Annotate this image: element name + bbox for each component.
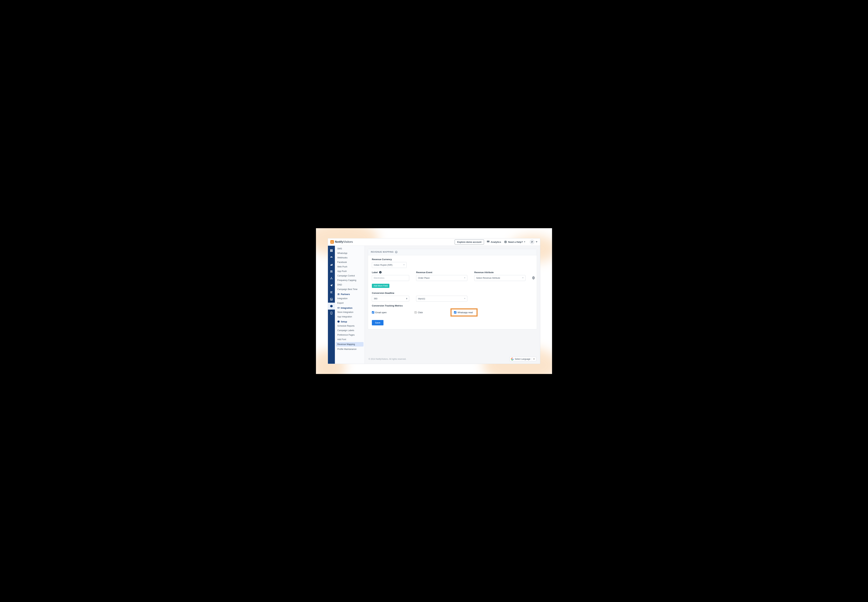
logo-icon xyxy=(330,240,334,244)
rail-item-dashboard[interactable] xyxy=(328,254,335,261)
chevron-down-icon[interactable] xyxy=(536,241,538,243)
subnav-item[interactable]: Profile Maintanance xyxy=(335,347,364,352)
metric-email-label: Email open xyxy=(375,311,387,314)
subnav-item[interactable]: Add Font xyxy=(335,337,364,342)
svg-rect-13 xyxy=(331,249,332,250)
logo-text-bold: Notify xyxy=(335,240,343,244)
rail-item-mobile[interactable] xyxy=(328,310,335,316)
subnav-item[interactable]: Webhooks xyxy=(335,255,364,260)
analytics-link[interactable]: Analytics xyxy=(487,241,501,243)
svg-line-11 xyxy=(506,242,506,243)
language-selector[interactable]: Select Language ▼ xyxy=(510,357,536,361)
rail-item-segments[interactable] xyxy=(328,275,335,282)
analytics-label: Analytics xyxy=(491,241,501,243)
svg-rect-1 xyxy=(488,241,489,241)
svg-point-34 xyxy=(338,293,339,294)
metric-whatsapp-checkbox[interactable] xyxy=(454,311,456,313)
subnav-item[interactable]: Web Push xyxy=(335,264,364,269)
subnav-item[interactable]: Campaign Control xyxy=(335,273,364,278)
explore-demo-button[interactable]: Explore demo account xyxy=(455,240,484,244)
svg-rect-15 xyxy=(330,250,331,251)
remove-row-button[interactable] xyxy=(532,276,535,280)
whatsapp-highlight: Whatsapp read xyxy=(450,309,478,316)
subnav-section-label: Integration xyxy=(341,307,352,309)
svg-rect-17 xyxy=(332,250,333,251)
metric-click[interactable]: Click xyxy=(414,311,423,314)
deadline-unit-value: days(s) xyxy=(418,298,425,300)
google-icon xyxy=(511,358,514,361)
avatar-initial: P xyxy=(532,241,533,243)
number-stepper[interactable] xyxy=(406,298,407,299)
chevron-down-icon xyxy=(403,264,405,265)
svg-rect-4 xyxy=(488,241,489,242)
rail-item-users[interactable] xyxy=(328,268,335,275)
currency-select[interactable]: Indian Rupee (INR) xyxy=(372,262,407,268)
subnav-item[interactable]: WhatsApp xyxy=(335,251,364,255)
chevron-down-icon: ▼ xyxy=(532,358,535,360)
save-button[interactable]: Save xyxy=(372,320,384,326)
deadline-input[interactable]: 360 xyxy=(372,296,409,302)
subnav-item[interactable]: SMS xyxy=(335,246,364,251)
svg-line-8 xyxy=(505,241,505,241)
metric-email-checkbox[interactable] xyxy=(372,311,374,313)
rail-item-campaigns[interactable] xyxy=(328,282,335,289)
svg-point-22 xyxy=(332,270,332,271)
chevron-down-icon xyxy=(464,278,465,278)
subnav-item[interactable]: Integration xyxy=(335,296,364,301)
svg-rect-0 xyxy=(487,241,488,241)
svg-rect-27 xyxy=(330,292,332,292)
subnav-item[interactable]: Store Integration xyxy=(335,310,364,315)
subnav-item[interactable]: Schedule Reports xyxy=(335,324,364,328)
svg-point-32 xyxy=(331,314,332,314)
top-bar: NotifyVisitors Explore demo account Anal… xyxy=(328,238,540,246)
gear-icon xyxy=(337,320,340,323)
users-icon xyxy=(337,293,340,295)
subnav-section-integration: Integration xyxy=(335,305,364,310)
help-icon[interactable]: ? xyxy=(395,251,398,253)
metric-whatsapp-read[interactable]: Whatsapp read xyxy=(454,311,473,314)
metric-email-open[interactable]: Email open xyxy=(372,311,387,314)
revenue-mapping-panel: REVENUE MAPPING ? Revenue Currency India… xyxy=(368,249,537,329)
subnav-item[interactable]: Preference Pages xyxy=(335,333,364,337)
chevron-down-icon xyxy=(464,298,465,299)
need-help-link[interactable]: Need a Help? xyxy=(504,241,527,243)
svg-point-30 xyxy=(331,298,332,299)
subnav-item[interactable]: Facebook xyxy=(335,260,364,264)
event-select[interactable]: Order Place xyxy=(416,275,467,281)
svg-point-33 xyxy=(338,293,338,294)
code-icon xyxy=(337,307,340,309)
subnav-item[interactable]: App Integration xyxy=(335,315,364,319)
add-more-field-button[interactable]: Add More Field xyxy=(372,284,389,288)
svg-rect-12 xyxy=(330,249,331,250)
grid-icon xyxy=(487,241,490,243)
attribute-value: Select Revenue Attribute xyxy=(476,277,500,279)
subnav-item[interactable]: Frequency Capping xyxy=(335,278,364,283)
attribute-label: Revenue Attribute xyxy=(474,271,525,274)
rail-item-assets[interactable] xyxy=(328,296,335,303)
attribute-select[interactable]: Select Revenue Attribute xyxy=(474,275,525,281)
subnav-section-partners: Partners xyxy=(335,292,364,296)
subnav-item[interactable]: Campaign Best Time xyxy=(335,287,364,292)
rail-item-apps[interactable] xyxy=(328,247,335,254)
logo-text-thin: Visitors xyxy=(343,240,353,244)
content-area: REVENUE MAPPING ? Revenue Currency India… xyxy=(365,246,540,364)
rail-item-settings[interactable] xyxy=(328,303,335,310)
rail-item-journeys[interactable] xyxy=(328,289,335,296)
label-input[interactable] xyxy=(374,277,407,279)
user-avatar[interactable]: P xyxy=(530,240,535,244)
label-input-wrap xyxy=(372,275,409,281)
subnav-item[interactable]: Export xyxy=(335,301,364,305)
info-icon[interactable]: i xyxy=(379,271,382,273)
app-logo[interactable]: NotifyVisitors xyxy=(330,240,353,244)
icon-rail xyxy=(328,246,335,364)
subnav-item[interactable]: DND xyxy=(335,283,364,287)
rail-item-analytics[interactable] xyxy=(328,261,335,268)
metrics-label: Conversion Tracking Metrics xyxy=(372,304,533,307)
subnav-item[interactable]: App Push xyxy=(335,269,364,273)
deadline-unit-select[interactable]: days(s) xyxy=(416,296,467,302)
event-label: Revenue Event xyxy=(416,271,467,274)
metric-click-checkbox[interactable] xyxy=(414,311,417,313)
subnav-item[interactable]: Campaign Labels xyxy=(335,328,364,333)
svg-rect-20 xyxy=(332,251,333,252)
subnav-item-revenue-mapping[interactable]: Revenue Mapping xyxy=(336,342,364,347)
